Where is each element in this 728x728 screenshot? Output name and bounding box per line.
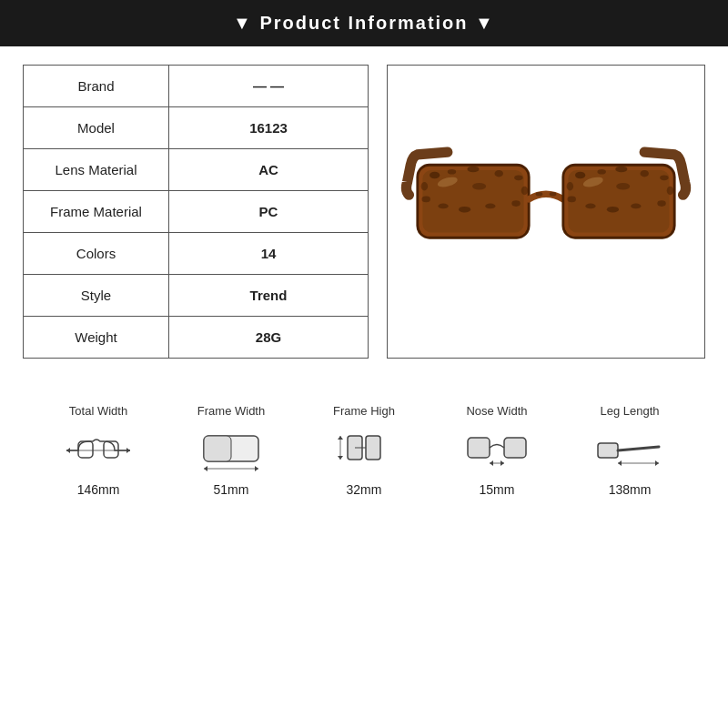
- svg-marker-37: [66, 448, 70, 453]
- svg-marker-49: [338, 456, 343, 460]
- table-row: StyleTrend: [24, 275, 369, 317]
- svg-point-28: [657, 200, 665, 207]
- table-value-6: 28G: [169, 317, 369, 359]
- svg-marker-42: [204, 466, 207, 471]
- svg-point-20: [597, 168, 605, 174]
- svg-rect-45: [366, 436, 380, 460]
- table-row: Colors14: [24, 233, 369, 275]
- svg-point-21: [615, 166, 627, 172]
- svg-point-23: [660, 175, 668, 180]
- svg-point-27: [631, 203, 641, 208]
- svg-point-25: [585, 203, 595, 208]
- svg-rect-1: [422, 169, 523, 232]
- svg-point-3: [448, 168, 456, 174]
- svg-rect-40: [204, 436, 231, 461]
- dim-nose-width-label: Nose Width: [466, 404, 527, 418]
- product-image-container: [387, 65, 705, 359]
- table-label-2: Lens Material: [24, 149, 169, 191]
- table-value-0: — —: [169, 66, 369, 107]
- svg-point-12: [421, 182, 429, 190]
- svg-point-4: [467, 166, 479, 172]
- svg-line-56: [618, 447, 659, 450]
- nose-width-icon: [460, 425, 533, 475]
- dim-total-width: Total Width 146mm: [32, 404, 165, 497]
- total-width-icon: [62, 425, 135, 475]
- product-image: [400, 112, 692, 312]
- page-header: ▼ Product Information ▼: [0, 0, 728, 46]
- table-label-6: Weight: [24, 317, 169, 359]
- svg-marker-58: [618, 460, 622, 466]
- table-label-3: Frame Material: [24, 191, 169, 233]
- svg-point-24: [568, 196, 576, 202]
- dim-frame-high: Frame High 32mm: [298, 404, 430, 497]
- svg-point-15: [536, 191, 543, 196]
- svg-marker-54: [500, 460, 504, 466]
- svg-point-22: [641, 169, 649, 177]
- svg-point-31: [616, 183, 630, 190]
- table-value-2: AC: [169, 149, 369, 191]
- svg-rect-51: [504, 438, 526, 458]
- top-section: Brand— —Model16123Lens MaterialACFrame M…: [23, 65, 705, 359]
- svg-rect-55: [598, 443, 618, 458]
- svg-point-8: [438, 203, 448, 208]
- table-label-1: Model: [24, 107, 169, 149]
- table-label-4: Colors: [24, 233, 169, 275]
- main-content: Brand— —Model16123Lens MaterialACFrame M…: [0, 46, 728, 515]
- frame-width-icon: [195, 425, 268, 475]
- dim-frame-high-label: Frame High: [333, 404, 395, 418]
- leg-length-icon: [593, 425, 666, 475]
- table-row: Weight28G: [24, 317, 369, 359]
- table-value-5: Trend: [169, 275, 369, 317]
- table-label-0: Brand: [24, 66, 169, 107]
- table-value-3: PC: [169, 191, 369, 233]
- svg-point-14: [472, 183, 486, 190]
- dim-nose-width: Nose Width 15mm: [430, 404, 563, 497]
- dim-leg-length: Leg Length 138mm: [563, 404, 696, 497]
- svg-marker-38: [126, 448, 130, 453]
- table-row: Frame MaterialPC: [24, 191, 369, 233]
- svg-rect-50: [468, 438, 490, 458]
- dim-frame-width-value: 51mm: [214, 482, 249, 497]
- svg-point-2: [430, 171, 440, 178]
- svg-point-30: [667, 186, 674, 194]
- svg-point-13: [521, 186, 529, 194]
- table-label-5: Style: [24, 275, 169, 317]
- table-value-1: 16123: [169, 107, 369, 149]
- dim-frame-high-value: 32mm: [347, 482, 382, 497]
- dim-leg-length-value: 138mm: [609, 482, 652, 497]
- dim-total-width-label: Total Width: [69, 404, 127, 418]
- dimensions-section: Total Width 146mm Frame Width: [23, 395, 705, 497]
- table-row: Model16123: [24, 107, 369, 149]
- svg-point-10: [485, 203, 495, 208]
- dim-frame-width: Frame Width 51mm: [165, 404, 298, 497]
- svg-point-6: [514, 175, 522, 180]
- svg-point-26: [607, 206, 619, 212]
- svg-point-11: [511, 200, 520, 207]
- frame-high-icon: [328, 425, 400, 475]
- table-row: Brand— —: [24, 66, 369, 107]
- svg-marker-59: [655, 460, 659, 466]
- table-row: Lens MaterialAC: [24, 149, 369, 191]
- dim-nose-width-value: 15mm: [480, 482, 515, 497]
- dim-leg-length-label: Leg Length: [600, 404, 659, 418]
- product-info-table: Brand— —Model16123Lens MaterialACFrame M…: [23, 65, 369, 359]
- dim-total-width-value: 146mm: [77, 482, 120, 497]
- svg-marker-43: [255, 466, 258, 471]
- svg-marker-53: [490, 460, 493, 466]
- header-title: ▼ Product Information ▼: [233, 13, 495, 33]
- svg-point-16: [550, 191, 557, 196]
- svg-point-7: [422, 196, 430, 202]
- svg-point-5: [495, 169, 503, 177]
- table-value-4: 14: [169, 233, 369, 275]
- svg-rect-18: [568, 169, 669, 232]
- dim-frame-width-label: Frame Width: [197, 404, 265, 418]
- svg-marker-48: [338, 436, 343, 440]
- svg-point-19: [575, 171, 585, 178]
- svg-point-9: [459, 206, 470, 212]
- svg-point-29: [567, 182, 574, 190]
